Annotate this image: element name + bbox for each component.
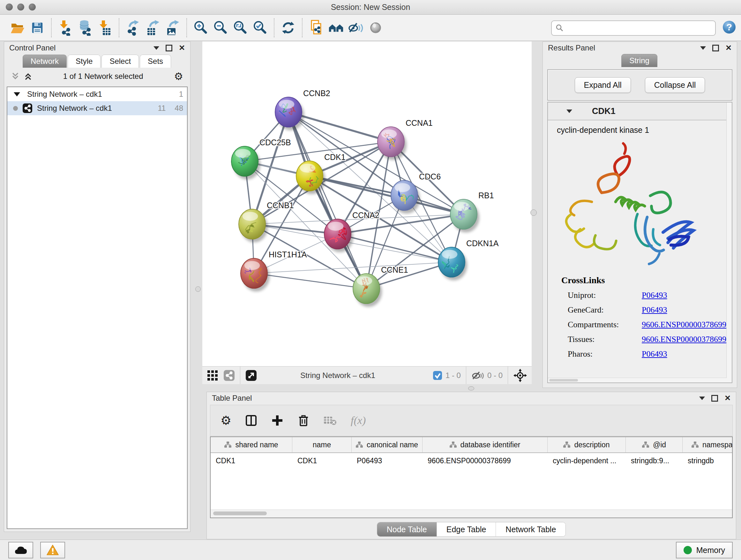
network-row[interactable]: String Network – cdk1 11 48 <box>7 101 187 115</box>
create-column-icon[interactable] <box>271 414 284 427</box>
network-share-icon[interactable] <box>223 370 235 381</box>
entry-collapse-icon[interactable] <box>566 110 572 113</box>
tab-select[interactable]: Select <box>102 55 139 68</box>
zoom-selected-icon[interactable] <box>252 19 268 37</box>
export-network-icon[interactable] <box>125 19 141 37</box>
bottom-divider-handle[interactable] <box>468 386 474 390</box>
status-bar: Memory <box>0 540 741 560</box>
column-header-database-identifier[interactable]: database identifier <box>422 437 548 452</box>
show-columns-icon[interactable] <box>245 414 258 427</box>
collapse-all-button[interactable]: Collapse All <box>645 77 705 93</box>
node-RB1[interactable]: RB1 <box>450 191 494 229</box>
entry-header[interactable]: CDK1 <box>548 103 732 120</box>
cloud-button[interactable] <box>8 542 33 558</box>
table-horizontal-scrollbar[interactable] <box>211 509 732 517</box>
column-header-shared-name[interactable]: shared name <box>211 437 292 452</box>
toolbar-separator <box>186 18 187 37</box>
show-all-icon[interactable] <box>367 19 384 37</box>
panel-menu-icon[interactable] <box>153 46 159 50</box>
refresh-icon[interactable] <box>280 19 296 37</box>
hidden-eye-icon[interactable] <box>471 370 484 381</box>
import-table-icon[interactable] <box>97 19 113 37</box>
import-network-icon[interactable] <box>57 19 73 37</box>
collapse-all-icon[interactable] <box>11 72 19 80</box>
float-panel-icon[interactable] <box>711 395 718 401</box>
import-network-database-icon[interactable] <box>77 19 93 37</box>
birdseye-grid-icon[interactable] <box>207 370 218 381</box>
tab-edge-table[interactable]: Edge Table <box>437 522 496 537</box>
tab-sets[interactable]: Sets <box>140 55 171 68</box>
table-cell[interactable]: cyclin-dependent ... <box>548 453 626 469</box>
left-divider-handle[interactable] <box>195 287 201 292</box>
tab-node-table[interactable]: Node Table <box>377 522 437 537</box>
export-image-icon[interactable] <box>165 19 181 37</box>
node-CDKN1A[interactable]: CDKN1A <box>438 239 499 277</box>
hide-selected-icon[interactable] <box>348 19 364 37</box>
network-collection-row[interactable]: String Network – cdk1 1 <box>7 87 187 101</box>
expand-all-button[interactable]: Expand All <box>575 77 631 93</box>
selected-checkbox-icon[interactable] <box>433 371 442 380</box>
column-header-name[interactable]: name <box>292 437 352 452</box>
collection-expand-icon[interactable] <box>14 92 20 97</box>
float-panel-icon[interactable] <box>712 45 719 51</box>
delete-column-icon[interactable] <box>297 414 310 427</box>
zoom-fit-icon[interactable] <box>232 19 248 37</box>
edge[interactable] <box>288 112 366 289</box>
network-view[interactable]: CCNB2CCNA1CDC25BCDK1CDC6RB1CCNB1CCNA2CDK… <box>202 42 532 384</box>
column-header-description[interactable]: description <box>548 437 626 452</box>
table-options-gear-icon[interactable]: ⚙ <box>220 415 231 427</box>
edge[interactable] <box>310 176 464 214</box>
first-neighbors-icon[interactable] <box>308 19 324 37</box>
close-panel-icon[interactable]: ✕ <box>725 44 732 52</box>
zoom-out-icon[interactable] <box>212 19 228 37</box>
tab-style[interactable]: Style <box>68 55 100 68</box>
column-header-namespace[interactable]: namespace <box>683 437 733 452</box>
crosslink-link[interactable]: P06493 <box>642 349 667 359</box>
help-icon[interactable]: ? <box>722 20 737 35</box>
table-cell[interactable]: stringdb:9... <box>626 453 683 469</box>
float-panel-icon[interactable] <box>165 45 172 51</box>
right-divider-handle[interactable] <box>530 209 537 216</box>
tab-string[interactable]: String <box>621 54 657 67</box>
warning-button[interactable] <box>40 542 65 558</box>
column-header-@id[interactable]: @id <box>626 437 683 452</box>
table-cell[interactable]: 9606.ENSP00000378699 <box>422 453 548 469</box>
zoom-in-icon[interactable] <box>193 19 209 37</box>
table-cell[interactable]: CDK1 <box>211 453 292 469</box>
memory-button[interactable]: Memory <box>676 542 733 558</box>
fit-selected-crosshair-icon[interactable] <box>513 368 527 382</box>
table-row[interactable]: CDK1CDK1P064939606.ENSP00000378699cyclin… <box>211 453 732 469</box>
node-label: CCNA1 <box>406 118 433 127</box>
network-options-gear-icon[interactable]: ⚙ <box>174 71 183 81</box>
table-cell[interactable]: CDK1 <box>292 453 352 469</box>
close-panel-icon[interactable]: ✕ <box>724 394 731 402</box>
panel-menu-icon[interactable] <box>700 46 706 50</box>
open-session-icon[interactable] <box>10 19 25 37</box>
edge[interactable] <box>254 273 366 289</box>
results-panel-title: Results Panel <box>548 44 595 52</box>
apply-layout-icon[interactable] <box>328 19 344 37</box>
crosslink-link[interactable]: 9606.ENSP00000378699 <box>642 334 726 344</box>
node-table[interactable]: shared namenamecanonical namedatabase id… <box>210 436 733 518</box>
close-panel-icon[interactable]: ✕ <box>179 44 185 52</box>
network-canvas[interactable]: CCNB2CCNA1CDC25BCDK1CDC6RB1CCNB1CCNA2CDK… <box>202 42 532 367</box>
panel-menu-icon[interactable] <box>699 396 705 400</box>
control-panel-tabs: NetworkStyleSelectSets <box>23 55 190 68</box>
node-HIST1H1A[interactable]: HIST1H1A <box>241 250 307 288</box>
results-vertical-scrollbar[interactable] <box>726 103 732 382</box>
crosslink-link[interactable]: P06493 <box>642 305 667 315</box>
crosslink-link[interactable]: 9606.ENSP00000378699 <box>642 320 726 329</box>
search-input[interactable] <box>551 20 716 36</box>
results-horizontal-scrollbar[interactable] <box>548 378 727 382</box>
table-cell[interactable]: P06493 <box>352 453 422 469</box>
crosslink-row: Compartments:9606.ENSP00000378699 <box>561 320 732 329</box>
expand-all-icon[interactable] <box>24 72 32 80</box>
table-cell[interactable]: stringdb <box>683 453 733 469</box>
column-header-canonical-name[interactable]: canonical name <box>352 437 422 452</box>
save-session-icon[interactable] <box>29 19 45 37</box>
export-table-icon[interactable] <box>145 19 161 37</box>
crosslink-link[interactable]: P06493 <box>642 291 667 300</box>
open-in-window-icon[interactable] <box>246 370 257 381</box>
tab-network[interactable]: Network <box>23 55 67 68</box>
tab-network-table[interactable]: Network Table <box>496 522 565 537</box>
